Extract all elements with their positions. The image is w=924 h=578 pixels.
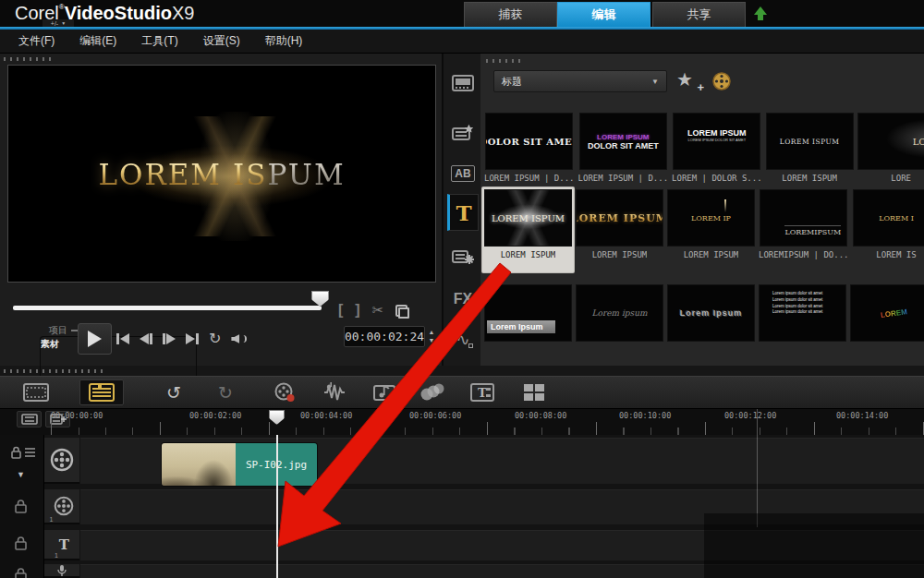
- preview-panel: LOREM ISPUM [ ] ✂ 项目 素材 ↻ 00:00:02:24 ▲ …: [0, 54, 442, 366]
- preview-video-frame[interactable]: LOREM ISPUM: [7, 65, 436, 283]
- record-capture-button[interactable]: [268, 379, 301, 405]
- thumb-text: Lorem Ipsum: [487, 320, 555, 333]
- volume-button[interactable]: [231, 333, 242, 344]
- thumb-text: Lorem ipsum: [591, 308, 647, 318]
- seek-bar[interactable]: [13, 306, 322, 310]
- overlay-track-button[interactable]: 1: [44, 489, 79, 524]
- playhead-line[interactable]: [276, 435, 278, 578]
- project-mode-button[interactable]: 项目: [49, 325, 67, 335]
- undo-button[interactable]: ↺: [159, 379, 188, 405]
- storyboard-view-button[interactable]: [15, 379, 57, 405]
- show-all-tracks-button[interactable]: [17, 411, 42, 427]
- track-add-label: +/-: [51, 20, 58, 27]
- menu-tools[interactable]: 工具(T): [141, 33, 177, 49]
- menu-file[interactable]: 文件(F): [18, 33, 55, 49]
- gallery-category-dropdown[interactable]: 标题 ▼: [493, 70, 667, 92]
- graphic-category-button[interactable]: [447, 242, 479, 271]
- library-item[interactable]: LOREM: [848, 283, 924, 367]
- library-item[interactable]: LOREM IPSUM LOREM IPSUM: [574, 187, 665, 272]
- timeline-ruler[interactable]: 00:00:00:00 00:00:02:00 00:00:04:00 00:0…: [0, 408, 924, 435]
- logo-product: VideoStudio: [65, 3, 172, 23]
- library-thumbnail: Lorem Ipsum: [484, 284, 572, 342]
- seek-handle[interactable]: [311, 291, 329, 307]
- instant-project-button[interactable]: [447, 118, 479, 148]
- library-item-caption: LOREM | DOLOR S...: [672, 174, 762, 183]
- enlarge-preview-button[interactable]: [395, 305, 407, 317]
- ruler-timestamp: 00:00:02:00: [189, 411, 241, 420]
- timecode-spinner[interactable]: ▲ ▼: [426, 326, 437, 347]
- video-track-button[interactable]: [44, 438, 79, 484]
- thumb-text: LOREM: [913, 137, 924, 147]
- library-item-selected[interactable]: LOREM ISPUM LOREM ISPUM: [482, 187, 574, 272]
- library-row: Lorem Ipsum Lorem ipsum Lorem Ipsum Lore…: [482, 283, 924, 367]
- library-item[interactable]: LOREM IP LOREM IPSUM: [665, 187, 757, 272]
- mark-in-button[interactable]: [: [338, 302, 343, 319]
- spinner-down-icon[interactable]: ▼: [429, 337, 435, 344]
- split-screen-template-button[interactable]: [517, 379, 551, 405]
- library-item[interactable]: LOREM ISPUM LOREM ISPUM: [764, 111, 856, 196]
- chevron-down-icon: ▼: [651, 78, 659, 86]
- track-motion-button[interactable]: [414, 379, 451, 405]
- timeline-clip[interactable]: SP-I02.jpg: [162, 443, 317, 486]
- collapse-track-arrow[interactable]: ▼: [17, 470, 25, 479]
- motion-path-button[interactable]: ∿: [447, 325, 479, 355]
- transition-category-button[interactable]: AB: [447, 159, 479, 188]
- thumb-text: Lorem ipsum dolor sit amet Lorem ipsum d…: [772, 291, 833, 316]
- voice-track-button[interactable]: [44, 564, 79, 578]
- library-item[interactable]: Lorem ipsum dolor sit amet Lorem ipsum d…: [757, 283, 848, 367]
- library-item[interactable]: LOREMIPSUM LOREMIPSUM | DO...: [757, 187, 851, 272]
- split-clip-button[interactable]: ✂: [372, 302, 384, 319]
- project-mode-indicator: [71, 330, 78, 331]
- library-item[interactable]: Lorem ipsum: [574, 283, 665, 367]
- library-thumbnail: Lorem ipsum dolor sit amet Lorem ipsum d…: [759, 284, 846, 342]
- filter-category-button[interactable]: FX: [447, 284, 479, 314]
- library-item[interactable]: LOREM IPSUMDOLOR SIT AMET LOREM IPSUM | …: [577, 111, 671, 196]
- spinner-up-icon[interactable]: ▲: [429, 329, 435, 336]
- go-to-end-button[interactable]: [186, 333, 199, 344]
- title-category-button[interactable]: T: [447, 194, 479, 231]
- ruler-timestamp: 00:00:12:00: [724, 411, 776, 420]
- auto-music-button[interactable]: [368, 379, 405, 405]
- previous-frame-button[interactable]: [140, 333, 152, 344]
- add-to-favorites-button[interactable]: ★+: [676, 68, 704, 92]
- thumb-text: LOREM ISPUM: [780, 138, 840, 146]
- lock-icon[interactable]: [15, 536, 27, 550]
- lock-icon[interactable]: [15, 500, 27, 513]
- next-frame-button[interactable]: [163, 333, 176, 344]
- repeat-button[interactable]: ↻: [209, 331, 221, 346]
- video-track-row[interactable]: SP-I02.jpg: [80, 438, 924, 484]
- library-item[interactable]: LOREM I LOREM IS: [851, 187, 924, 272]
- add-remove-track-button[interactable]: +/-▼: [43, 19, 74, 27]
- play-button[interactable]: [78, 323, 112, 355]
- title-track-button[interactable]: 1 T: [44, 530, 79, 560]
- go-to-start-button[interactable]: [116, 333, 129, 344]
- library-item[interactable]: Lorem Ipsum: [482, 283, 574, 367]
- thumb-text: LOREM IPSUM: [576, 212, 663, 224]
- tab-share[interactable]: 共享: [652, 2, 746, 27]
- redo-button[interactable]: ↻: [211, 379, 240, 405]
- media-category-button[interactable]: [447, 68, 479, 98]
- upgrade-arrow-icon[interactable]: [753, 6, 768, 21]
- fx-icon: FX: [454, 291, 472, 307]
- mark-out-button[interactable]: ]: [355, 302, 359, 319]
- menu-settings[interactable]: 设置(S): [203, 33, 240, 49]
- library-item[interactable]: LOREM LORE: [856, 111, 924, 196]
- library-item[interactable]: Lorem Ipsum: [665, 283, 757, 367]
- title-gold-part: LOREM IS: [98, 158, 267, 191]
- lock-icon[interactable]: [15, 568, 27, 578]
- subtitle-editor-button[interactable]: T: [466, 379, 499, 405]
- thumb-text: DOLOR SIT AMET: [485, 137, 573, 147]
- timecode-display[interactable]: 00:00:02:24: [344, 326, 425, 347]
- tab-capture[interactable]: 捕获: [464, 2, 557, 27]
- menu-edit[interactable]: 编辑(E): [79, 33, 116, 49]
- timeline-view-button[interactable]: [79, 379, 124, 405]
- graphic-icon: [452, 247, 474, 266]
- library-item[interactable]: DOLOR SIT AMET LOREM IPSUM | D...: [482, 111, 577, 196]
- microphone-icon: [55, 564, 68, 577]
- library-item[interactable]: LOREM IPSUMLOREM IPSUM DOLOR SIT AMET LO…: [670, 111, 764, 196]
- menu-help[interactable]: 帮助(H): [265, 33, 303, 49]
- ripple-edit-lock-icon[interactable]: [11, 446, 37, 459]
- media-type-filter-button[interactable]: [711, 71, 732, 95]
- sound-mixer-button[interactable]: [318, 379, 355, 405]
- tab-edit[interactable]: 编辑: [557, 2, 650, 27]
